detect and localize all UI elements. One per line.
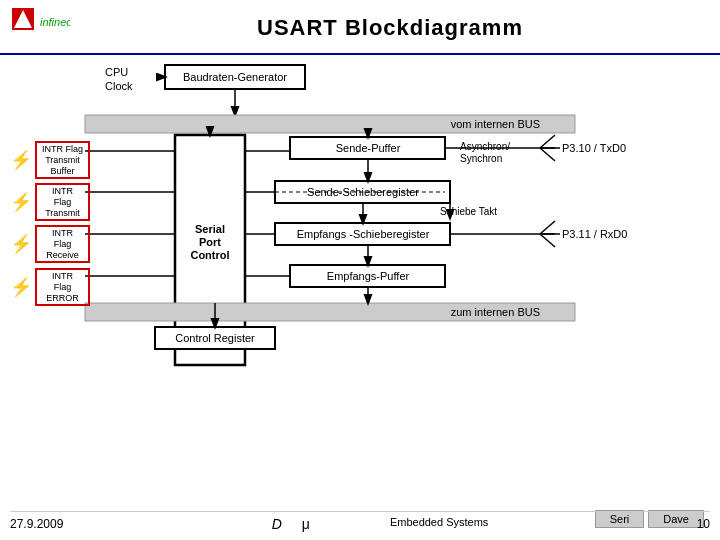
svg-line-14 <box>540 135 555 148</box>
svg-text:P3.10 / TxD0: P3.10 / TxD0 <box>562 142 626 154</box>
svg-rect-34 <box>155 327 275 349</box>
lightning-icon-1: ⚡ <box>10 149 32 171</box>
svg-text:Asynchron/: Asynchron/ <box>460 141 510 152</box>
svg-text:Port: Port <box>199 236 221 248</box>
lightning-icon-3: ⚡ <box>10 233 32 255</box>
svg-rect-0 <box>165 65 305 89</box>
svg-text:Control Register: Control Register <box>175 332 255 344</box>
svg-text:Synchron: Synchron <box>460 153 502 164</box>
cpu-clock-label: CPU Clock <box>105 65 133 94</box>
svg-text:infineon: infineon <box>40 16 70 28</box>
flag-row-1: ⚡ INTR Flag Transmit Buffer <box>10 141 90 179</box>
flag-box-3: INTR Flag Receive <box>35 225 90 263</box>
svg-text:Empfangs-Puffer: Empfangs-Puffer <box>327 270 410 282</box>
flag-row-4: ⚡ INTR Flag ERROR <box>10 268 90 306</box>
footer: 27.9.2009 D μ Embedded Systems 10 <box>10 511 710 532</box>
svg-text:Sende-Puffer: Sende-Puffer <box>336 142 401 154</box>
flag-box-4: INTR Flag ERROR <box>35 268 90 306</box>
svg-line-27 <box>540 234 555 247</box>
flag-row-2: ⚡ INTR Flag Transmit <box>10 183 90 221</box>
svg-line-16 <box>540 148 555 161</box>
svg-line-25 <box>540 221 555 234</box>
lightning-icon-2: ⚡ <box>10 191 32 213</box>
svg-rect-29 <box>290 265 445 287</box>
page-title: USART Blockdiagramm <box>70 15 710 41</box>
footer-center: D μ Embedded Systems <box>272 516 489 532</box>
header: infineon USART Blockdiagramm <box>0 0 720 55</box>
svg-text:Empfangs -Schieberegister: Empfangs -Schieberegister <box>297 228 430 240</box>
svg-rect-32 <box>85 303 575 321</box>
svg-text:Schiebe Takt: Schiebe Takt <box>440 206 497 217</box>
svg-text:vom internen BUS: vom internen BUS <box>451 118 540 130</box>
svg-text:Baudraten-Generator: Baudraten-Generator <box>183 71 287 83</box>
svg-rect-22 <box>275 223 450 245</box>
footer-center-text: Embedded Systems <box>390 516 488 532</box>
svg-text:Control: Control <box>190 249 229 261</box>
lightning-icon-4: ⚡ <box>10 276 32 298</box>
svg-rect-5 <box>175 135 245 365</box>
svg-text:P3.11 / RxD0: P3.11 / RxD0 <box>562 228 627 240</box>
footer-symbol-d: D <box>272 516 282 532</box>
footer-page: 10 <box>697 517 710 531</box>
svg-rect-3 <box>85 115 575 133</box>
logo-area: infineon <box>10 6 70 49</box>
flag-box-2: INTR Flag Transmit <box>35 183 90 221</box>
svg-rect-9 <box>290 137 445 159</box>
svg-rect-18 <box>275 181 450 203</box>
svg-text:Serial: Serial <box>195 223 225 235</box>
flag-box-1: INTR Flag Transmit Buffer <box>35 141 90 179</box>
flag-row-3: ⚡ INTR Flag Receive <box>10 225 90 263</box>
svg-text:Sende-Schieberegister: Sende-Schieberegister <box>307 186 419 198</box>
footer-date: 27.9.2009 <box>10 517 63 531</box>
svg-text:zum internen BUS: zum internen BUS <box>451 306 540 318</box>
footer-symbol-mu: μ <box>302 516 310 532</box>
